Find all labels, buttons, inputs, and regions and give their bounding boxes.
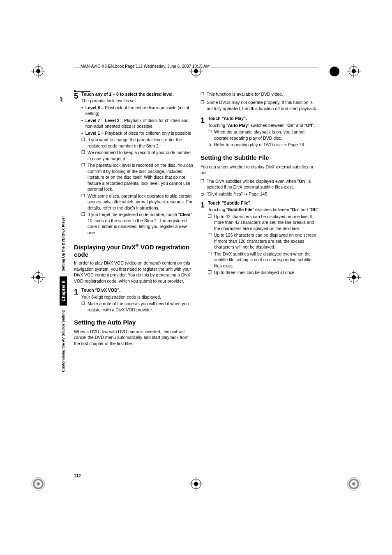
body-text: If you want to change the parental level… — [88, 137, 193, 149]
body-text: Touching "Auto Play" switches between "O… — [208, 122, 320, 128]
body-text: With some discs, parental lock operates … — [88, 193, 193, 211]
body-text: The DivX subtitles will be displayed eve… — [207, 178, 320, 190]
step-number: 1 — [201, 115, 206, 128]
body-text: When the automatic playback is on, you c… — [214, 129, 320, 141]
svg-point-29 — [352, 482, 355, 486]
section-heading: Setting the Subtitle File — [201, 154, 320, 162]
body-text: Make a note of the code as you will need… — [88, 301, 193, 313]
note-icon: ❐ — [81, 150, 85, 161]
side-label: Setting Up the DVD/DivX Player — [61, 216, 65, 272]
note-icon: ❐ — [81, 193, 85, 211]
column-right: ❐This function is available for DVD vide… — [201, 90, 320, 346]
step-title: Touch "Auto Play". — [208, 115, 320, 121]
step-title: Touch "DivX VOD". — [81, 287, 193, 293]
step-number: 1 — [201, 200, 206, 213]
body-text: Level 7 – Level 2 – Playback of discs fo… — [85, 117, 193, 129]
body-text: Your 8-digit registration code is displa… — [81, 294, 193, 300]
body-text: Level 8 – Playback of the entire disc is… — [85, 105, 193, 117]
body-text: You can select whether to display DivX e… — [201, 164, 320, 176]
body-text: This function is available for DVD video… — [207, 91, 283, 97]
body-text: Up to 42 characters can be displayed on … — [214, 214, 320, 231]
note-icon: ❐ — [208, 269, 212, 275]
body-text: "DivX subtitle files" ➞ Page 145 — [207, 191, 267, 197]
note-icon: ❐ — [81, 137, 85, 149]
register-mark-icon — [31, 270, 45, 284]
reference-icon: ➲ — [201, 191, 204, 197]
header-text: MAN-AVIC-X3-EN.book Page 112 Wednesday, … — [81, 64, 211, 69]
step-number: 1 — [74, 287, 80, 300]
note-icon: ❐ — [208, 251, 212, 269]
register-mark-icon — [347, 270, 361, 284]
reference-icon: ➲ — [208, 142, 212, 147]
note-icon: ❐ — [208, 129, 212, 141]
body-text: The parental lock level is recorded on t… — [88, 162, 193, 192]
chapter-tab: Chapter 8 — [60, 276, 67, 306]
step-number: 5 — [74, 91, 80, 104]
note-icon: ❐ — [208, 214, 212, 231]
svg-point-26 — [37, 482, 40, 486]
body-text: Refer to repeating play of DVD disc ➞ Pa… — [214, 142, 304, 147]
body-text: In order to play DivX VOD (video on dema… — [74, 260, 193, 284]
note-icon: ❐ — [201, 178, 204, 190]
register-mark-icon — [31, 64, 45, 78]
register-mark-icon — [347, 64, 361, 78]
note-icon: ❐ — [81, 212, 85, 235]
note-icon: ❐ — [208, 232, 212, 250]
body-text: The parental lock level is set. — [81, 98, 193, 104]
section-heading: Setting the Auto Play — [74, 318, 193, 327]
bullet-icon — [81, 130, 83, 136]
body-text: Up to three lines can be displayed at on… — [214, 269, 295, 275]
step-title: Touch any of 1 – 8 to select the desired… — [81, 91, 193, 97]
note-icon: ❐ — [81, 301, 85, 313]
body-text: When a DVD disc with DVD menu is inserte… — [74, 329, 193, 346]
register-mark-icon — [31, 477, 45, 491]
side-label-av: AV — [59, 97, 63, 102]
bullet-icon — [81, 105, 83, 117]
body-text: If you forget the registered code number… — [88, 212, 193, 235]
step-title: Touch "Subtitle File". — [208, 200, 320, 206]
side-label: Customising the AV Source Setting — [61, 310, 65, 372]
note-icon: ❐ — [81, 162, 85, 192]
column-left: 5 Touch any of 1 – 8 to select the desir… — [74, 90, 193, 346]
bullet-icon — [81, 117, 83, 129]
note-icon: ❐ — [201, 91, 204, 97]
register-mark-icon — [347, 477, 361, 491]
page-number: 112 — [74, 474, 81, 478]
section-heading: Displaying your DivX® VOD registration c… — [74, 243, 193, 258]
body-text: Some DVDs may not operate properly. If t… — [207, 99, 320, 111]
corner-rule — [76, 91, 90, 92]
register-mark-icon — [189, 477, 203, 491]
body-text: Touching "Subtitle File" switches betwee… — [208, 207, 320, 212]
body-text: We recommend to keep a record of your co… — [88, 150, 193, 161]
note-icon: ❐ — [201, 99, 204, 111]
body-text: Level 1 – Playback of discs for children… — [85, 130, 191, 136]
register-dot-icon — [330, 67, 339, 76]
body-text: Up to 126 characters can be displayed on… — [214, 232, 320, 250]
body-text: The DivX subtitles will be displayed eve… — [214, 251, 320, 269]
